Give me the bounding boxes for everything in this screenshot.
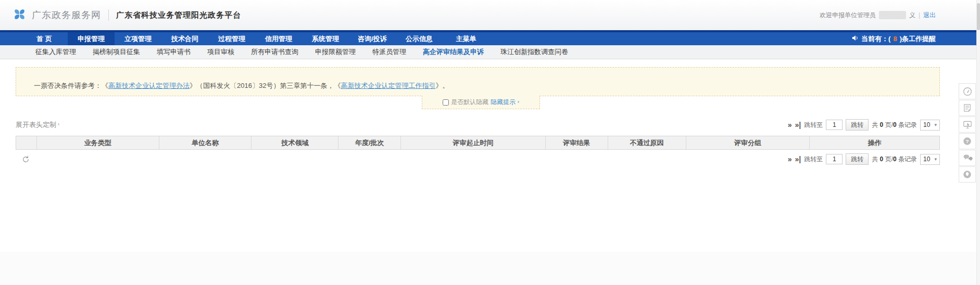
main-nav: 首 页 申报管理 立项管理 技术合同 过程管理 信用管理 系统管理 咨询/投诉 … xyxy=(0,30,980,45)
subnav-item-project-review[interactable]: 项目审核 xyxy=(199,47,243,57)
main-content: 一票否决条件请参考：《高新技术企业认定管理办法》（国科发火〔2016〕32号）第… xyxy=(0,59,980,252)
table-controls-row: 展开表头定制 ˣ » »| 跳转至 跳转 共 0 页/0 条记录 10 ▾ xyxy=(16,119,940,131)
page-size-value: 10 xyxy=(923,121,930,128)
jump-button[interactable]: 跳转 xyxy=(846,119,869,131)
scrollbar-thumb[interactable] xyxy=(977,3,980,30)
notice-text-3: 》。 xyxy=(435,82,449,89)
page-size-select[interactable]: 10 ▾ xyxy=(920,154,940,165)
platform-title: 广东省科技业务管理阳光政务平台 xyxy=(116,10,241,20)
veto-notice: 一票否决条件请参考：《高新技术企业认定管理办法》（国科发火〔2016〕32号）第… xyxy=(16,67,940,96)
nav-item-process-mgmt[interactable]: 过程管理 xyxy=(208,32,255,45)
col-review-period: 评审起止时间 xyxy=(401,136,546,149)
hide-prompt-tab: 是否默认隐藏 隐藏提示 ˣ xyxy=(422,96,540,109)
record-count: 0 xyxy=(893,156,897,163)
expand-header-control[interactable]: 展开表头定制 ˣ xyxy=(16,120,59,129)
default-hide-label: 是否默认隐藏 xyxy=(451,98,488,107)
subnav-item-all-applications[interactable]: 所有申请书查询 xyxy=(243,47,307,57)
jump-label: 跳转至 xyxy=(804,121,823,129)
subnav-item-unveiling-projects[interactable]: 揭榜制项目征集 xyxy=(84,47,148,57)
jump-page-input[interactable] xyxy=(826,154,843,164)
welcome-text: 欢迎申报单位管理员 xyxy=(820,11,876,20)
record-count: 0 xyxy=(893,121,897,128)
expand-header-label: 展开表头定制 xyxy=(16,120,56,129)
speaker-icon xyxy=(852,35,859,43)
subnav-item-pearl-river-survey[interactable]: 珠江创新指数调查问卷 xyxy=(492,47,576,57)
nav-item-declare-mgmt[interactable]: 申报管理 xyxy=(68,32,115,45)
collapse-mark-icon: ˣ xyxy=(518,100,519,105)
col-fail-reason: 不通过原因 xyxy=(608,136,686,149)
col-tech-field: 技术领域 xyxy=(252,136,338,149)
work-reminder[interactable]: 当前有：(8)条工作提醒 xyxy=(852,32,936,45)
nav-item-tech-contract[interactable]: 技术合同 xyxy=(161,32,208,45)
col-review-result: 评审结果 xyxy=(546,136,608,149)
notice-text-2: 》（国科发火〔2016〕32号）第三章第十一条，《 xyxy=(190,82,341,89)
page-summary: 共 0 页/0 条记录 xyxy=(872,121,917,129)
reminder-prefix: 当前有：( xyxy=(861,34,890,44)
subnav-item-collection-mgmt[interactable]: 征集入库管理 xyxy=(27,47,84,57)
user-area: 欢迎申报单位管理员 义 | 退出 xyxy=(820,0,936,30)
subnav-item-hte-review-appeal[interactable]: 高企评审结果及申诉 xyxy=(414,47,492,57)
col-business-type: 业务类型 xyxy=(37,136,159,149)
scrollbar-track[interactable] xyxy=(976,0,980,285)
nav-item-project-setup[interactable]: 立项管理 xyxy=(115,32,161,45)
hide-prompt-link[interactable]: 隐藏提示 xyxy=(491,98,516,107)
jump-label: 跳转至 xyxy=(804,155,823,164)
nav-item-credit-mgmt[interactable]: 信用管理 xyxy=(255,32,302,45)
table-footer-row: » »| 跳转至 跳转 共 0 页/0 条记录 10 ▾ xyxy=(16,153,940,165)
col-operation: 操作 xyxy=(810,136,939,149)
logout-link[interactable]: 退出 xyxy=(923,11,936,20)
brand-divider xyxy=(108,9,109,21)
svg-text:?: ? xyxy=(965,138,969,144)
top-header: 广东政务服务网 广东省科技业务管理阳光政务平台 欢迎申报单位管理员 义 | 退出 xyxy=(0,0,980,30)
results-table-header: 业务类型 单位名称 技术领域 年度/批次 评审起止时间 评审结果 不通过原因 评… xyxy=(16,136,940,150)
jump-button[interactable]: 跳转 xyxy=(846,153,869,165)
nav-item-home[interactable]: 首 页 xyxy=(21,32,68,45)
compass-icon[interactable] xyxy=(959,83,976,99)
col-unit-name: 单位名称 xyxy=(159,136,252,149)
reminder-suffix: )条工作提醒 xyxy=(900,34,936,44)
col-select xyxy=(16,136,37,149)
subnav-item-commissioner-mgmt[interactable]: 特派员管理 xyxy=(364,47,414,57)
nav-item-public-info[interactable]: 公示信息 xyxy=(396,32,443,45)
last-page-icon[interactable]: »| xyxy=(795,121,801,128)
nav-item-system-mgmt[interactable]: 系统管理 xyxy=(302,32,349,45)
page-bottom-area xyxy=(0,252,980,285)
user-separator: | xyxy=(919,11,920,19)
service-icon[interactable] xyxy=(959,166,976,183)
sub-nav: 征集入库管理 揭榜制项目征集 填写申请书 项目审核 所有申请书查询 申报限额管理… xyxy=(0,45,980,59)
chevron-down-icon: ▾ xyxy=(934,157,937,162)
notice-link-measures[interactable]: 高新技术企业认定管理办法 xyxy=(108,82,190,89)
next-page-icon[interactable]: » xyxy=(788,121,792,128)
monitor-icon[interactable] xyxy=(959,116,976,133)
page-summary: 共 0 页/0 条记录 xyxy=(872,155,917,164)
default-hide-checkbox[interactable] xyxy=(443,99,449,106)
nav-item-consult-complaint[interactable]: 咨询/投诉 xyxy=(349,32,396,45)
chat-icon[interactable] xyxy=(959,150,976,166)
nav-item-main-menu[interactable]: 主菜单 xyxy=(443,32,489,45)
chevron-down-icon: ▾ xyxy=(934,122,937,127)
user-name-suffix: 义 xyxy=(909,11,915,20)
notice-link-guidelines[interactable]: 高新技术企业认定管理工作指引 xyxy=(341,82,435,89)
notice-text-1: 一票否决条件请参考：《 xyxy=(34,82,108,89)
gdzwfw-logo-icon xyxy=(12,7,27,23)
user-name-redacted xyxy=(879,11,906,19)
subnav-item-fill-application[interactable]: 填写申请书 xyxy=(148,47,199,57)
pagination-bottom: » »| 跳转至 跳转 共 0 页/0 条记录 10 ▾ xyxy=(788,153,940,165)
portal-name: 广东政务服务网 xyxy=(32,9,101,21)
col-year-batch: 年度/批次 xyxy=(338,136,401,149)
side-toolbar: ? xyxy=(959,83,976,183)
news-icon[interactable] xyxy=(959,100,976,116)
page-size-select[interactable]: 10 ▾ xyxy=(920,120,940,131)
expand-mark-icon: ˣ xyxy=(58,122,59,127)
jump-page-input[interactable] xyxy=(826,120,843,130)
next-page-icon[interactable]: » xyxy=(788,156,792,163)
reminder-count: 8 xyxy=(893,35,897,43)
pagination-top: » »| 跳转至 跳转 共 0 页/0 条记录 10 ▾ xyxy=(788,119,940,131)
refresh-icon[interactable] xyxy=(22,156,30,163)
subnav-item-quota-mgmt[interactable]: 申报限额管理 xyxy=(307,47,364,57)
col-review-group: 评审分组 xyxy=(686,136,810,149)
help-icon[interactable]: ? xyxy=(959,133,976,149)
last-page-icon[interactable]: »| xyxy=(795,156,801,163)
page-size-value: 10 xyxy=(923,156,930,163)
